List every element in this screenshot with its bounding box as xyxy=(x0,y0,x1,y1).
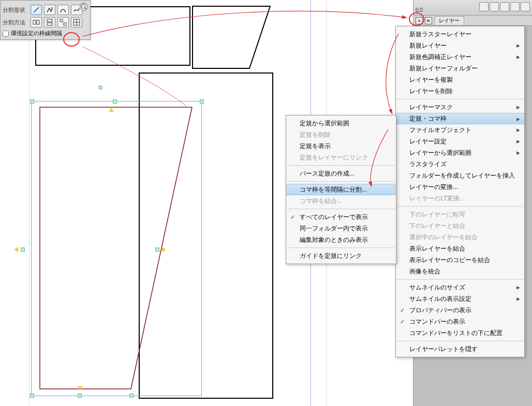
rail-icon-5[interactable] xyxy=(521,2,530,11)
layer-menu-item-11[interactable]: レイヤーから選択範囲 xyxy=(396,147,524,158)
rail-icon-4[interactable] xyxy=(510,2,520,11)
layer-menu-item-15: レイヤーのLT変換... xyxy=(396,193,524,204)
env-border-spacing-checkbox[interactable] xyxy=(3,31,9,37)
layer-menu-trigger-icon-2[interactable]: ≋ xyxy=(425,17,432,24)
method-c-icon[interactable] xyxy=(57,17,69,27)
layer-menu-separator xyxy=(397,206,523,207)
selection-bounding-box[interactable] xyxy=(31,101,202,396)
layer-menu-item-1[interactable]: 新規レイヤー xyxy=(396,40,524,51)
layer-menu-item-8[interactable]: 定規・コマ枠 xyxy=(396,113,524,124)
layer-menu-item-24[interactable]: サムネイルのサイズ xyxy=(396,282,524,293)
shape-line-icon[interactable] xyxy=(31,5,42,15)
layer-menu-separator xyxy=(397,279,523,280)
layer-menu-item-30[interactable]: レイヤーパレットを隠す xyxy=(396,343,524,355)
selection-handle-e[interactable] xyxy=(155,248,159,252)
shape-polyline-icon[interactable] xyxy=(44,5,55,15)
selection-tri-w xyxy=(14,247,18,252)
method-d-icon[interactable] xyxy=(71,17,82,27)
layer-menu-item-10[interactable]: レイヤー設定 xyxy=(396,136,524,147)
ruler-submenu-item-8: コマ枠を結合... xyxy=(286,195,396,207)
layer-menu-item-19: 選択中のレイヤーを結合 xyxy=(396,231,524,243)
rail-icon-1[interactable] xyxy=(479,2,489,11)
layer-menu-item-5[interactable]: レイヤーを削除 xyxy=(396,85,524,97)
layer-menu-item-3[interactable]: 新規レイヤーフォルダー xyxy=(396,63,524,74)
layer-menu-item-22[interactable]: 画像を統合 xyxy=(396,266,524,277)
layer-menu-item-0[interactable]: 新規ラスターレイヤー xyxy=(396,28,524,40)
selection-tri-s xyxy=(78,386,83,390)
selection-handle-ne[interactable] xyxy=(200,99,204,104)
layer-menu-item-25[interactable]: サムネイルの表示設定 xyxy=(396,293,524,304)
selection-handle-n[interactable] xyxy=(113,99,117,104)
layer-menu-item-18: 下のレイヤーと結合 xyxy=(396,220,524,231)
svg-line-2 xyxy=(85,8,87,10)
ruler-submenu-item-12[interactable]: 編集対象のときのみ表示 xyxy=(286,234,396,245)
selection-tri-n xyxy=(109,108,114,112)
layer-menu-item-2[interactable]: 新規色調補正レイヤー xyxy=(396,51,524,63)
palette-label-shape: 分割形状 xyxy=(3,6,28,14)
selection-handle-s[interactable] xyxy=(78,394,82,398)
palette-label-method: 分割方法 xyxy=(3,19,28,26)
ruler-frame-submenu[interactable]: 定規から選択範囲定規を削除定規を表示定規をレイヤーにリンクパース定規の作成...… xyxy=(286,115,396,264)
layer-menu-item-17: 下のレイヤーに転写 xyxy=(396,209,524,220)
shape-curve-icon[interactable] xyxy=(57,5,69,15)
ruler-submenu-separator xyxy=(287,181,395,182)
ruler-submenu-item-0[interactable]: 定規から選択範囲 xyxy=(286,118,396,129)
layer-menu-item-28[interactable]: コマンドバーをリストの下に配置 xyxy=(396,327,524,339)
env-border-spacing-label: 環境設定の枠線間隔 xyxy=(11,30,62,37)
selection-handle-sw[interactable] xyxy=(30,394,34,398)
ruler-submenu-item-1: 定規を削除 xyxy=(286,129,396,140)
layer-menu-item-13[interactable]: フォルダーを作成してレイヤーを挿入 xyxy=(396,170,524,181)
layer-menu-item-9[interactable]: ファイルオブジェクト xyxy=(396,124,524,136)
layer-menu-item-14[interactable]: レイヤーの変換... xyxy=(396,181,524,193)
layer-menu-item-7[interactable]: レイヤーマスク xyxy=(396,102,524,113)
ruler-submenu-item-14[interactable]: ガイドを定規にリンク xyxy=(286,250,396,262)
selection-handle-w[interactable] xyxy=(21,248,25,252)
annotation-circle-palette xyxy=(63,32,80,47)
search-icon[interactable] xyxy=(80,3,88,11)
method-b-icon[interactable] xyxy=(44,17,55,27)
svg-rect-4 xyxy=(33,20,36,24)
annotation-circle-menu-trigger xyxy=(409,12,424,26)
ruler-submenu-separator xyxy=(287,209,395,209)
ruler-submenu-item-2[interactable]: 定規を表示 xyxy=(286,140,396,152)
ruler-submenu-separator xyxy=(287,248,395,248)
rail-icon-2[interactable] xyxy=(490,2,499,11)
layer-menu-item-20[interactable]: 表示レイヤーを結合 xyxy=(396,243,524,254)
layer-tab-strip: ≡ ≋ レイヤー xyxy=(413,16,532,26)
svg-rect-8 xyxy=(60,19,63,22)
ruler-submenu-item-11[interactable]: 同一フォルダー内で表示 xyxy=(286,223,396,234)
ruler-submenu-item-10[interactable]: すべてのレイヤーで表示 xyxy=(286,211,396,223)
ruler-submenu-item-5[interactable]: パース定規の作成... xyxy=(286,168,396,179)
layer-menu-separator xyxy=(397,341,523,341)
layer-menu-separator xyxy=(397,99,523,99)
right-rail-top: 0.0 xyxy=(413,0,532,16)
svg-line-3 xyxy=(34,7,39,12)
svg-rect-6 xyxy=(47,19,52,22)
tab-layer[interactable]: レイヤー xyxy=(434,16,464,25)
svg-rect-7 xyxy=(47,23,52,25)
ruler-submenu-item-7[interactable]: コマ枠を等間隔に分割... xyxy=(286,184,396,195)
selection-handle-se[interactable] xyxy=(129,394,134,398)
layer-menu-item-26[interactable]: プロパティバーの表示 xyxy=(396,304,524,316)
selection-handle-nw[interactable] xyxy=(30,99,34,104)
ruler-submenu-separator xyxy=(287,165,395,166)
svg-rect-9 xyxy=(64,23,66,25)
layer-menu-item-21[interactable]: 表示レイヤーのコピーを結合 xyxy=(396,254,524,266)
svg-rect-5 xyxy=(37,20,39,24)
layer-menu-item-12[interactable]: ラスタライズ xyxy=(396,158,524,170)
layer-menu-item-27[interactable]: コマンドバーの表示 xyxy=(396,316,524,327)
ruler-submenu-item-3: 定規をレイヤーにリンク xyxy=(286,152,396,163)
layer-menu-item-4[interactable]: レイヤーを複製 xyxy=(396,74,524,85)
rail-icon-3[interactable] xyxy=(500,2,509,11)
layer-menu[interactable]: 新規ラスターレイヤー新規レイヤー新規色調補正レイヤー新規レイヤーフォルダーレイヤ… xyxy=(395,26,525,357)
method-a-icon[interactable] xyxy=(31,17,42,27)
rotation-handle[interactable] xyxy=(98,85,102,90)
selection-tri-e xyxy=(162,247,166,252)
